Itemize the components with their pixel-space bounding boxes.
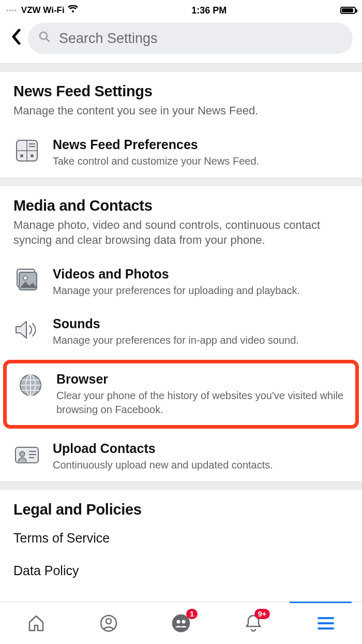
item-subtitle: Take control and customize your News Fee… (53, 154, 349, 168)
section-title: Legal and Policies (13, 501, 349, 518)
nav-home[interactable] (25, 612, 48, 635)
back-button[interactable] (11, 29, 21, 48)
nav-profile[interactable] (97, 612, 120, 635)
svg-point-17 (20, 451, 25, 457)
preferences-icon (13, 137, 40, 164)
clock: 1:36 PM (191, 5, 227, 16)
groups-badge: 1 (186, 609, 198, 619)
globe-icon (17, 372, 44, 399)
svg-line-1 (46, 38, 49, 41)
section-divider (0, 178, 362, 186)
item-subtitle: Manage your preferences for uploading an… (53, 284, 349, 298)
sounds-item[interactable]: Sounds Manage your preferences for in-ap… (0, 307, 362, 357)
item-title: Upload Contacts (53, 441, 349, 456)
item-title: Videos and Photos (53, 267, 349, 282)
svg-point-8 (31, 154, 34, 157)
svg-point-7 (20, 154, 23, 157)
status-bar: •••• VZW Wi-Fi 1:36 PM (0, 0, 362, 19)
section-title: News Feed Settings (13, 83, 349, 100)
wifi-icon (68, 5, 78, 16)
section-subtitle: Manage photo, video and sound controls, … (13, 217, 349, 248)
section-divider (0, 481, 362, 490)
active-tab-indicator (290, 602, 352, 603)
carrier-label: VZW Wi-Fi (21, 5, 65, 16)
terms-of-service-item[interactable]: Terms of Service (0, 525, 362, 551)
browser-highlight: Browser Clear your phone of the history … (3, 360, 359, 429)
photos-icon (13, 267, 40, 294)
svg-point-25 (182, 620, 186, 623)
item-subtitle: Continuously upload new and updated cont… (53, 458, 349, 472)
svg-point-11 (23, 276, 27, 280)
sound-icon (13, 316, 40, 343)
browser-item[interactable]: Browser Clear your phone of the history … (7, 367, 355, 422)
item-title: Sounds (53, 316, 349, 331)
hamburger-icon (318, 617, 334, 630)
item-subtitle: Manage your preferences for in-app and v… (53, 333, 349, 347)
legal-section-header: Legal and Policies (0, 490, 362, 525)
search-placeholder: Search Settings (59, 31, 158, 47)
search-input[interactable]: Search Settings (28, 23, 353, 54)
nav-groups[interactable]: 1 (170, 612, 192, 635)
battery-icon (340, 7, 356, 14)
svg-point-22 (106, 619, 111, 624)
item-title: Terms of Service (13, 531, 110, 545)
contacts-icon (13, 441, 40, 468)
item-title: Browser (56, 372, 345, 387)
data-policy-item[interactable]: Data Policy (0, 551, 362, 583)
nav-notifications[interactable]: 9+ (242, 612, 265, 635)
bottom-nav: 1 9+ (0, 602, 362, 644)
notifications-badge: 9+ (254, 609, 270, 619)
media-section-header: Media and Contacts Manage photo, video a… (0, 186, 362, 257)
section-subtitle: Manage the content you see in your News … (13, 103, 349, 119)
newsfeed-section-header: News Feed Settings Manage the content yo… (0, 71, 362, 128)
nav-menu[interactable] (314, 612, 337, 635)
upload-contacts-item[interactable]: Upload Contacts Continuously upload new … (0, 432, 362, 481)
item-subtitle: Clear your phone of the history of websi… (56, 389, 345, 417)
videos-photos-item[interactable]: Videos and Photos Manage your preference… (0, 257, 362, 307)
signal-dots: •••• (6, 7, 17, 14)
svg-point-23 (173, 615, 189, 632)
svg-point-24 (177, 620, 180, 623)
section-title: Media and Contacts (13, 197, 349, 214)
newsfeed-preferences-item[interactable]: News Feed Preferences Take control and c… (0, 128, 362, 178)
section-divider (0, 63, 362, 71)
item-title: Data Policy (13, 563, 79, 578)
item-title: News Feed Preferences (53, 137, 349, 152)
search-icon (38, 31, 51, 47)
